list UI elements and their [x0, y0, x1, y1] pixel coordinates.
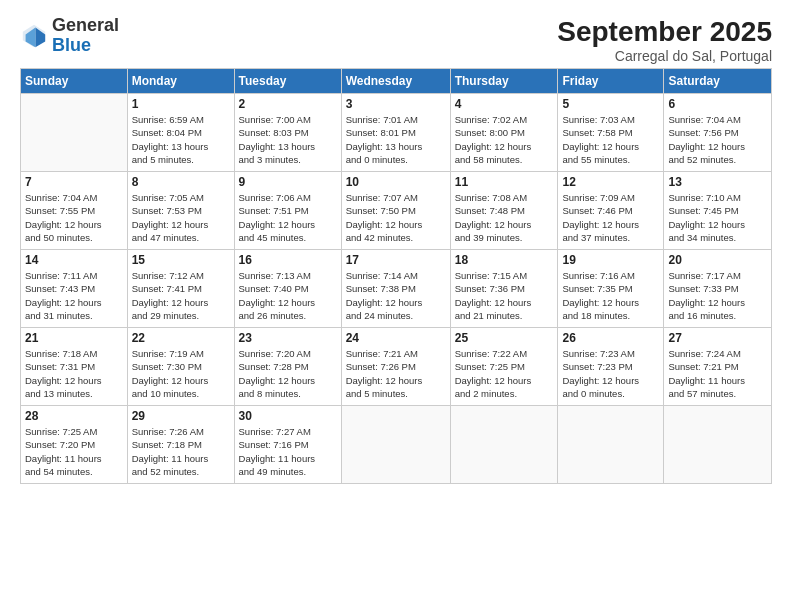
day-info: Sunrise: 7:15 AM Sunset: 7:36 PM Dayligh…	[455, 269, 554, 322]
day-number: 1	[132, 97, 230, 111]
day-number: 20	[668, 253, 767, 267]
day-info: Sunrise: 7:09 AM Sunset: 7:46 PM Dayligh…	[562, 191, 659, 244]
header-sunday: Sunday	[21, 69, 128, 94]
day-number: 17	[346, 253, 446, 267]
table-cell: 7Sunrise: 7:04 AM Sunset: 7:55 PM Daylig…	[21, 172, 128, 250]
day-info: Sunrise: 7:11 AM Sunset: 7:43 PM Dayligh…	[25, 269, 123, 322]
table-cell: 22Sunrise: 7:19 AM Sunset: 7:30 PM Dayli…	[127, 328, 234, 406]
table-cell	[21, 94, 128, 172]
day-number: 16	[239, 253, 337, 267]
day-info: Sunrise: 7:06 AM Sunset: 7:51 PM Dayligh…	[239, 191, 337, 244]
day-number: 11	[455, 175, 554, 189]
table-cell: 23Sunrise: 7:20 AM Sunset: 7:28 PM Dayli…	[234, 328, 341, 406]
day-info: Sunrise: 7:23 AM Sunset: 7:23 PM Dayligh…	[562, 347, 659, 400]
table-cell: 5Sunrise: 7:03 AM Sunset: 7:58 PM Daylig…	[558, 94, 664, 172]
day-number: 2	[239, 97, 337, 111]
day-number: 25	[455, 331, 554, 345]
header-saturday: Saturday	[664, 69, 772, 94]
week-row-1: 1Sunrise: 6:59 AM Sunset: 8:04 PM Daylig…	[21, 94, 772, 172]
day-info: Sunrise: 7:24 AM Sunset: 7:21 PM Dayligh…	[668, 347, 767, 400]
table-cell	[341, 406, 450, 484]
day-number: 13	[668, 175, 767, 189]
day-number: 7	[25, 175, 123, 189]
day-number: 3	[346, 97, 446, 111]
table-cell: 2Sunrise: 7:00 AM Sunset: 8:03 PM Daylig…	[234, 94, 341, 172]
day-number: 27	[668, 331, 767, 345]
day-number: 30	[239, 409, 337, 423]
day-info: Sunrise: 7:26 AM Sunset: 7:18 PM Dayligh…	[132, 425, 230, 478]
header: General Blue September 2025 Carregal do …	[20, 16, 772, 64]
day-number: 23	[239, 331, 337, 345]
day-number: 9	[239, 175, 337, 189]
header-wednesday: Wednesday	[341, 69, 450, 94]
table-cell	[450, 406, 558, 484]
table-cell: 25Sunrise: 7:22 AM Sunset: 7:25 PM Dayli…	[450, 328, 558, 406]
table-cell: 11Sunrise: 7:08 AM Sunset: 7:48 PM Dayli…	[450, 172, 558, 250]
day-number: 21	[25, 331, 123, 345]
table-cell: 17Sunrise: 7:14 AM Sunset: 7:38 PM Dayli…	[341, 250, 450, 328]
day-number: 18	[455, 253, 554, 267]
subtitle: Carregal do Sal, Portugal	[557, 48, 772, 64]
table-cell: 6Sunrise: 7:04 AM Sunset: 7:56 PM Daylig…	[664, 94, 772, 172]
table-cell: 19Sunrise: 7:16 AM Sunset: 7:35 PM Dayli…	[558, 250, 664, 328]
day-number: 15	[132, 253, 230, 267]
day-info: Sunrise: 7:04 AM Sunset: 7:56 PM Dayligh…	[668, 113, 767, 166]
logo: General Blue	[20, 16, 119, 56]
day-info: Sunrise: 7:08 AM Sunset: 7:48 PM Dayligh…	[455, 191, 554, 244]
table-cell: 12Sunrise: 7:09 AM Sunset: 7:46 PM Dayli…	[558, 172, 664, 250]
day-info: Sunrise: 7:27 AM Sunset: 7:16 PM Dayligh…	[239, 425, 337, 478]
table-cell: 18Sunrise: 7:15 AM Sunset: 7:36 PM Dayli…	[450, 250, 558, 328]
header-monday: Monday	[127, 69, 234, 94]
day-info: Sunrise: 7:03 AM Sunset: 7:58 PM Dayligh…	[562, 113, 659, 166]
day-number: 28	[25, 409, 123, 423]
day-info: Sunrise: 7:05 AM Sunset: 7:53 PM Dayligh…	[132, 191, 230, 244]
page: General Blue September 2025 Carregal do …	[0, 0, 792, 612]
table-cell: 30Sunrise: 7:27 AM Sunset: 7:16 PM Dayli…	[234, 406, 341, 484]
table-cell: 21Sunrise: 7:18 AM Sunset: 7:31 PM Dayli…	[21, 328, 128, 406]
table-cell: 26Sunrise: 7:23 AM Sunset: 7:23 PM Dayli…	[558, 328, 664, 406]
logo-icon	[20, 22, 48, 50]
day-number: 22	[132, 331, 230, 345]
week-row-4: 21Sunrise: 7:18 AM Sunset: 7:31 PM Dayli…	[21, 328, 772, 406]
day-info: Sunrise: 7:01 AM Sunset: 8:01 PM Dayligh…	[346, 113, 446, 166]
day-info: Sunrise: 7:17 AM Sunset: 7:33 PM Dayligh…	[668, 269, 767, 322]
table-cell: 24Sunrise: 7:21 AM Sunset: 7:26 PM Dayli…	[341, 328, 450, 406]
day-info: Sunrise: 7:22 AM Sunset: 7:25 PM Dayligh…	[455, 347, 554, 400]
table-cell: 9Sunrise: 7:06 AM Sunset: 7:51 PM Daylig…	[234, 172, 341, 250]
day-info: Sunrise: 7:19 AM Sunset: 7:30 PM Dayligh…	[132, 347, 230, 400]
day-info: Sunrise: 7:07 AM Sunset: 7:50 PM Dayligh…	[346, 191, 446, 244]
table-cell: 20Sunrise: 7:17 AM Sunset: 7:33 PM Dayli…	[664, 250, 772, 328]
table-cell: 1Sunrise: 6:59 AM Sunset: 8:04 PM Daylig…	[127, 94, 234, 172]
day-number: 24	[346, 331, 446, 345]
table-cell: 29Sunrise: 7:26 AM Sunset: 7:18 PM Dayli…	[127, 406, 234, 484]
day-info: Sunrise: 7:12 AM Sunset: 7:41 PM Dayligh…	[132, 269, 230, 322]
table-cell: 10Sunrise: 7:07 AM Sunset: 7:50 PM Dayli…	[341, 172, 450, 250]
week-row-2: 7Sunrise: 7:04 AM Sunset: 7:55 PM Daylig…	[21, 172, 772, 250]
table-cell: 16Sunrise: 7:13 AM Sunset: 7:40 PM Dayli…	[234, 250, 341, 328]
header-friday: Friday	[558, 69, 664, 94]
logo-general-text: General	[52, 15, 119, 35]
day-number: 8	[132, 175, 230, 189]
day-info: Sunrise: 7:10 AM Sunset: 7:45 PM Dayligh…	[668, 191, 767, 244]
header-thursday: Thursday	[450, 69, 558, 94]
week-row-5: 28Sunrise: 7:25 AM Sunset: 7:20 PM Dayli…	[21, 406, 772, 484]
day-info: Sunrise: 7:20 AM Sunset: 7:28 PM Dayligh…	[239, 347, 337, 400]
day-info: Sunrise: 7:02 AM Sunset: 8:00 PM Dayligh…	[455, 113, 554, 166]
day-info: Sunrise: 7:04 AM Sunset: 7:55 PM Dayligh…	[25, 191, 123, 244]
weekday-header-row: Sunday Monday Tuesday Wednesday Thursday…	[21, 69, 772, 94]
day-number: 6	[668, 97, 767, 111]
day-number: 12	[562, 175, 659, 189]
logo-blue-text: Blue	[52, 35, 91, 55]
day-info: Sunrise: 7:16 AM Sunset: 7:35 PM Dayligh…	[562, 269, 659, 322]
table-cell: 8Sunrise: 7:05 AM Sunset: 7:53 PM Daylig…	[127, 172, 234, 250]
table-cell: 27Sunrise: 7:24 AM Sunset: 7:21 PM Dayli…	[664, 328, 772, 406]
day-number: 10	[346, 175, 446, 189]
table-cell: 14Sunrise: 7:11 AM Sunset: 7:43 PM Dayli…	[21, 250, 128, 328]
day-info: Sunrise: 7:13 AM Sunset: 7:40 PM Dayligh…	[239, 269, 337, 322]
day-info: Sunrise: 7:21 AM Sunset: 7:26 PM Dayligh…	[346, 347, 446, 400]
table-cell	[558, 406, 664, 484]
week-row-3: 14Sunrise: 7:11 AM Sunset: 7:43 PM Dayli…	[21, 250, 772, 328]
table-cell: 4Sunrise: 7:02 AM Sunset: 8:00 PM Daylig…	[450, 94, 558, 172]
table-cell: 3Sunrise: 7:01 AM Sunset: 8:01 PM Daylig…	[341, 94, 450, 172]
table-cell: 15Sunrise: 7:12 AM Sunset: 7:41 PM Dayli…	[127, 250, 234, 328]
